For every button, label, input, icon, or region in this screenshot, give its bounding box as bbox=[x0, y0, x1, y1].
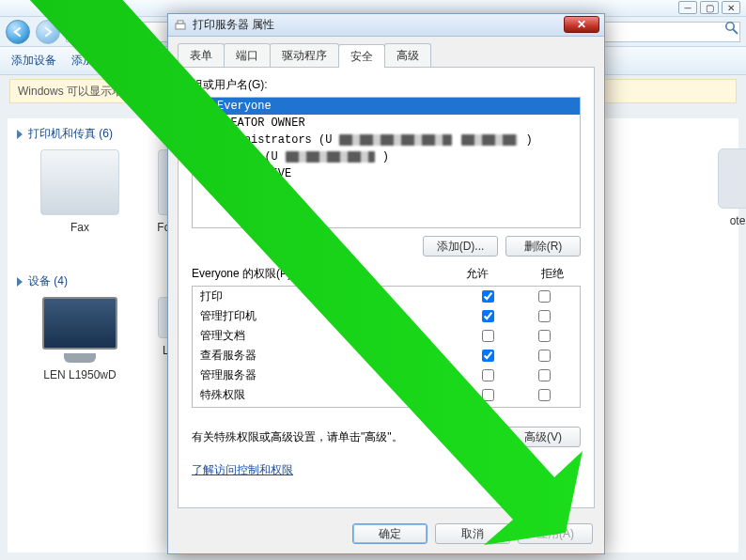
user-group-icon bbox=[196, 132, 211, 148]
allow-checkbox[interactable] bbox=[482, 369, 494, 381]
tab-security[interactable]: 安全 bbox=[338, 44, 385, 68]
allow-checkbox[interactable] bbox=[482, 310, 494, 322]
permissions-label: Everyone 的权限(P) bbox=[192, 266, 291, 282]
deny-checkbox[interactable] bbox=[538, 310, 551, 322]
user-item[interactable]: Guests (U) bbox=[193, 148, 580, 165]
printer-icon bbox=[718, 148, 746, 209]
permission-row: 管理打印机 bbox=[193, 306, 580, 326]
print-server-properties-dialog: 打印服务器 属性 ✕ 表单 端口 驱动程序 安全 高级 组或用户名(G): Ev… bbox=[167, 13, 605, 554]
device-item[interactable]: LEN L1950wD bbox=[28, 297, 132, 381]
permission-name: 管理文档 bbox=[200, 328, 459, 344]
add-user-button[interactable]: 添加(D)... bbox=[423, 236, 498, 257]
permissions-header: Everyone 的权限(P) 允许 拒绝 bbox=[192, 266, 581, 282]
dialog-footer: 确定 取消 应用(A) bbox=[168, 516, 604, 553]
infobar-text: Windows 可以显示增强型设 bbox=[18, 84, 157, 100]
allow-checkbox[interactable] bbox=[482, 389, 494, 401]
tab-ports[interactable]: 端口 bbox=[224, 43, 271, 67]
users-listbox[interactable]: EveryoneCREATOR OWNERAdministrators (U)G… bbox=[192, 97, 581, 228]
device-label: LEN L1950wD bbox=[43, 368, 116, 381]
arrow-left-icon bbox=[11, 25, 24, 39]
permission-row: 打印 bbox=[193, 287, 580, 306]
collapse-icon bbox=[17, 277, 23, 287]
permission-name: 特殊权限 bbox=[200, 387, 459, 403]
svg-rect-2 bbox=[176, 23, 185, 29]
permission-name: 管理服务器 bbox=[200, 367, 459, 383]
monitor-icon bbox=[42, 297, 117, 350]
closing-paren: ) bbox=[382, 150, 389, 163]
dialog-titlebar: 打印服务器 属性 ✕ bbox=[168, 14, 604, 37]
svg-rect-3 bbox=[178, 21, 183, 23]
redacted-text bbox=[461, 134, 518, 146]
user-group-icon bbox=[196, 99, 211, 114]
tab-strip: 表单 端口 驱动程序 安全 高级 bbox=[178, 44, 595, 68]
user-item-name: CREATOR OWNER bbox=[217, 117, 305, 130]
allow-checkbox[interactable] bbox=[482, 330, 494, 342]
user-item[interactable]: Administrators (U) bbox=[193, 132, 580, 148]
permissions-listbox[interactable]: 打印管理打印机管理文档查看服务器管理服务器特殊权限 bbox=[192, 286, 581, 408]
user-item-name: INTERACTIVE bbox=[217, 167, 291, 180]
learn-more-link[interactable]: 了解访问控制和权限 bbox=[192, 462, 581, 478]
redacted-text bbox=[339, 134, 452, 146]
permission-name: 打印 bbox=[200, 288, 459, 304]
close-icon: ✕ bbox=[577, 18, 586, 31]
search-icon[interactable] bbox=[724, 21, 739, 36]
closing-paren: ) bbox=[525, 133, 532, 147]
toolbar-add-printer[interactable]: 添加打印机 bbox=[71, 53, 128, 69]
user-item[interactable]: CREATOR OWNER bbox=[193, 115, 580, 132]
redacted-text bbox=[286, 151, 375, 163]
permission-row: 特殊权限 bbox=[193, 385, 580, 405]
nav-forward-button[interactable] bbox=[36, 20, 60, 44]
device-item[interactable]: ote bbox=[686, 148, 746, 227]
cancel-button[interactable]: 取消 bbox=[435, 523, 510, 544]
advanced-row: 有关特殊权限或高级设置，请单击"高级"。 高级(V) bbox=[192, 427, 581, 447]
dialog-close-button[interactable]: ✕ bbox=[564, 16, 599, 33]
deny-checkbox[interactable] bbox=[538, 330, 551, 342]
advanced-button[interactable]: 高级(V) bbox=[505, 427, 581, 447]
permission-row: 管理服务器 bbox=[193, 366, 580, 385]
breadcrumb: 控制面板 bbox=[98, 23, 143, 39]
minimize-button[interactable]: ─ bbox=[678, 1, 697, 14]
svg-line-1 bbox=[733, 29, 738, 34]
device-label: Fax bbox=[70, 221, 89, 234]
permission-row: 查看服务器 bbox=[193, 346, 580, 366]
user-item-name: Guests (U bbox=[217, 150, 278, 163]
ok-button[interactable]: 确定 bbox=[352, 523, 427, 544]
nav-back-button[interactable] bbox=[6, 20, 30, 44]
deny-checkbox[interactable] bbox=[538, 369, 551, 381]
groups-label: 组或用户名(G): bbox=[192, 77, 581, 93]
toolbar-add-device[interactable]: 添加设备 bbox=[11, 53, 56, 69]
svg-point-0 bbox=[726, 23, 734, 30]
deny-checkbox[interactable] bbox=[538, 389, 551, 401]
tab-advanced[interactable]: 高级 bbox=[384, 43, 431, 67]
maximize-button[interactable]: ▢ bbox=[700, 1, 719, 14]
user-item[interactable]: Everyone bbox=[193, 98, 580, 115]
deny-checkbox[interactable] bbox=[538, 350, 551, 362]
monitor-stand bbox=[64, 353, 96, 363]
arrow-right-icon bbox=[41, 25, 54, 39]
remove-user-button[interactable]: 删除(R) bbox=[505, 236, 581, 257]
col-allow: 允许 bbox=[449, 266, 505, 282]
section-devices-title: 设备 (4) bbox=[28, 273, 68, 289]
user-group-icon bbox=[196, 166, 211, 181]
dialog-title: 打印服务器 属性 bbox=[193, 17, 274, 33]
fax-icon bbox=[40, 149, 119, 215]
section-printers-title: 打印机和传真 (6) bbox=[28, 126, 113, 142]
user-item-name: Administrators (U bbox=[217, 133, 332, 147]
user-group-icon bbox=[196, 149, 211, 164]
apply-button[interactable]: 应用(A) bbox=[518, 523, 593, 544]
close-button[interactable]: ✕ bbox=[722, 1, 740, 14]
allow-checkbox[interactable] bbox=[482, 350, 494, 362]
device-item[interactable]: Fax bbox=[28, 149, 132, 234]
tab-forms[interactable]: 表单 bbox=[178, 43, 225, 67]
tab-drivers[interactable]: 驱动程序 bbox=[270, 43, 339, 67]
permission-name: 管理打印机 bbox=[200, 308, 459, 324]
collapse-icon bbox=[17, 130, 23, 139]
deny-checkbox[interactable] bbox=[538, 290, 551, 303]
tab-security-panel: 组或用户名(G): EveryoneCREATOR OWNERAdministr… bbox=[178, 68, 595, 508]
allow-checkbox[interactable] bbox=[482, 290, 494, 303]
col-deny: 拒绝 bbox=[524, 266, 581, 282]
users-buttons: 添加(D)... 删除(R) bbox=[192, 236, 581, 257]
user-item[interactable]: INTERACTIVE bbox=[193, 165, 580, 182]
device-label: ote bbox=[730, 214, 746, 227]
user-group-icon bbox=[196, 116, 211, 131]
